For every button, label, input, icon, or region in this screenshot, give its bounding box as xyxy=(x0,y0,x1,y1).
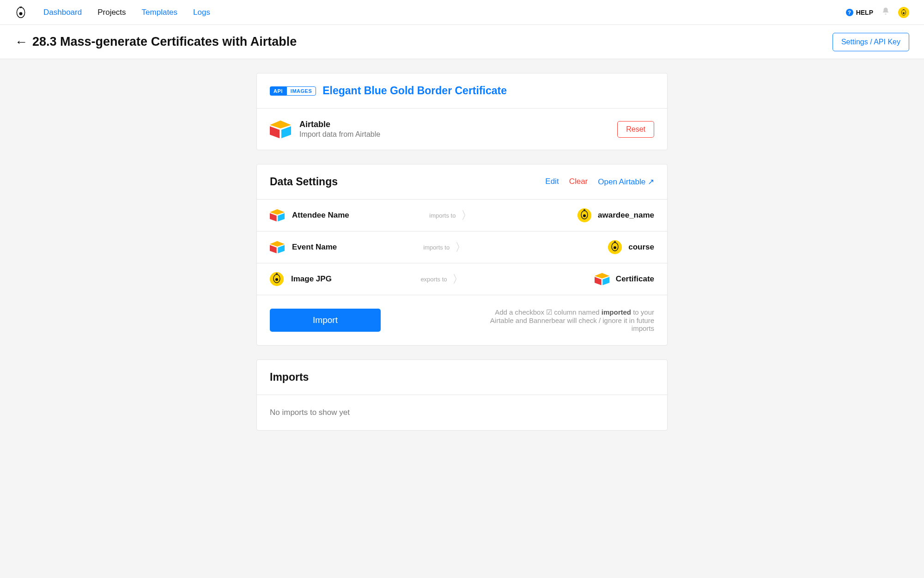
direction-label: imports to xyxy=(423,244,450,251)
source-field: Event Name xyxy=(292,243,337,252)
target-field: Certificate xyxy=(616,274,654,284)
direction-label: imports to xyxy=(429,212,456,219)
airtable-icon xyxy=(270,209,285,222)
bannerbear-icon xyxy=(608,240,622,254)
page-header: ← 28.3 Mass-generate Certificates with A… xyxy=(0,25,924,59)
mapping-row: Attendee Name imports to 〉 awardee_name xyxy=(257,200,667,231)
source-field: Attendee Name xyxy=(292,211,349,220)
nav-logs[interactable]: Logs xyxy=(193,8,210,17)
target-field: awardee_name xyxy=(598,211,654,220)
data-settings-title: Data Settings xyxy=(270,176,338,188)
help-label: HELP xyxy=(856,9,873,16)
import-button[interactable]: Import xyxy=(270,309,381,332)
top-nav: Dashboard Projects Templates Logs ? HELP xyxy=(0,0,924,25)
user-avatar[interactable] xyxy=(898,7,909,18)
import-hint: Add a checkbox ☑ column named imported t… xyxy=(479,308,654,332)
template-name-link[interactable]: Elegant Blue Gold Border Certificate xyxy=(322,85,507,97)
airtable-icon xyxy=(270,241,285,254)
template-integration-card: API IMAGES Elegant Blue Gold Border Cert… xyxy=(256,73,668,150)
notifications-icon[interactable] xyxy=(881,7,890,18)
chevron-right-icon: 〉 xyxy=(452,272,463,286)
chevron-right-icon: 〉 xyxy=(455,240,466,255)
bannerbear-icon xyxy=(270,272,284,286)
page-title: 28.3 Mass-generate Certificates with Air… xyxy=(32,35,297,49)
airtable-icon xyxy=(270,120,291,139)
tag-images: IMAGES xyxy=(286,86,316,96)
back-arrow-icon[interactable]: ← xyxy=(15,35,28,49)
nav-projects[interactable]: Projects xyxy=(97,8,126,17)
nav-links: Dashboard Projects Templates Logs xyxy=(43,8,210,17)
open-airtable-link[interactable]: Open Airtable xyxy=(598,177,654,187)
edit-link[interactable]: Edit xyxy=(545,177,559,187)
imports-title: Imports xyxy=(270,371,309,383)
clear-link[interactable]: Clear xyxy=(569,177,588,187)
source-field: Image JPG xyxy=(291,274,332,284)
imports-empty-state: No imports to show yet xyxy=(257,395,667,430)
direction-label: exports to xyxy=(420,276,447,283)
tag-group: API IMAGES xyxy=(270,86,316,96)
mapping-row: Event Name imports to 〉 course xyxy=(257,231,667,263)
help-button[interactable]: ? HELP xyxy=(846,9,873,16)
mapping-row: Image JPG exports to 〉 Certificate xyxy=(257,263,667,295)
imports-card: Imports No imports to show yet xyxy=(256,359,668,431)
settings-api-key-button[interactable]: Settings / API Key xyxy=(833,33,909,51)
airtable-icon xyxy=(595,273,609,286)
integration-title: Airtable xyxy=(299,120,380,129)
app-logo[interactable] xyxy=(15,6,27,18)
tag-api: API xyxy=(270,86,286,96)
data-settings-card: Data Settings Edit Clear Open Airtable A… xyxy=(256,164,668,346)
nav-templates[interactable]: Templates xyxy=(142,8,177,17)
reset-button[interactable]: Reset xyxy=(617,121,654,138)
target-field: course xyxy=(628,243,654,252)
nav-dashboard[interactable]: Dashboard xyxy=(43,8,82,17)
help-icon: ? xyxy=(846,9,853,16)
bannerbear-icon xyxy=(578,208,591,222)
chevron-right-icon: 〉 xyxy=(461,208,472,223)
integration-subtitle: Import data from Airtable xyxy=(299,130,380,139)
